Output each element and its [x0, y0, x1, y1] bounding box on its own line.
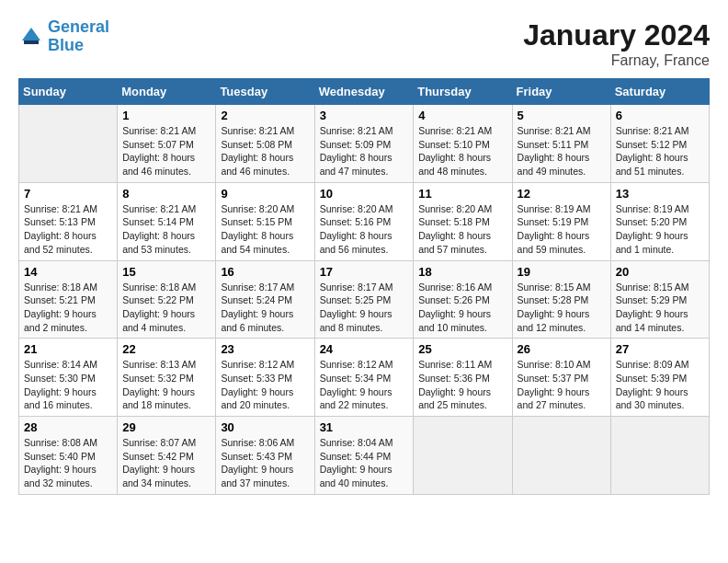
day-info: Sunrise: 8:04 AMSunset: 5:44 PMDaylight:…	[320, 436, 409, 490]
calendar-cell: 12Sunrise: 8:19 AMSunset: 5:19 PMDayligh…	[512, 182, 610, 260]
column-header-monday: Monday	[118, 79, 216, 105]
day-number: 19	[518, 265, 606, 279]
day-info: Sunrise: 8:13 AMSunset: 5:32 PMDaylight:…	[122, 358, 210, 412]
day-info: Sunrise: 8:21 AMSunset: 5:10 PMDaylight:…	[418, 124, 506, 178]
logo: General Blue	[18, 18, 109, 55]
day-number: 23	[221, 342, 309, 356]
day-info: Sunrise: 8:20 AMSunset: 5:16 PMDaylight:…	[320, 202, 409, 257]
day-info: Sunrise: 8:21 AMSunset: 5:11 PMDaylight:…	[518, 124, 606, 178]
calendar-cell: 9Sunrise: 8:20 AMSunset: 5:15 PMDaylight…	[216, 182, 314, 260]
day-number: 14	[24, 265, 112, 279]
calendar-cell: 8Sunrise: 8:21 AMSunset: 5:14 PMDaylight…	[118, 182, 216, 260]
day-info: Sunrise: 8:19 AMSunset: 5:19 PMDaylight:…	[518, 202, 606, 257]
day-number: 29	[122, 420, 210, 434]
calendar-cell: 1Sunrise: 8:21 AMSunset: 5:07 PMDaylight…	[118, 105, 216, 183]
day-number: 31	[320, 420, 409, 434]
day-info: Sunrise: 8:21 AMSunset: 5:14 PMDaylight:…	[122, 202, 210, 257]
day-number: 5	[518, 109, 606, 122]
day-number: 6	[616, 109, 704, 122]
day-info: Sunrise: 8:15 AMSunset: 5:29 PMDaylight:…	[616, 281, 704, 335]
day-number: 17	[320, 265, 409, 279]
calendar-cell: 23Sunrise: 8:12 AMSunset: 5:33 PMDayligh…	[216, 339, 314, 417]
column-header-thursday: Thursday	[414, 79, 512, 105]
column-header-friday: Friday	[512, 79, 610, 105]
day-info: Sunrise: 8:12 AMSunset: 5:33 PMDaylight:…	[221, 358, 309, 412]
day-number: 8	[122, 187, 210, 201]
day-number: 2	[221, 109, 309, 122]
calendar-cell: 10Sunrise: 8:20 AMSunset: 5:16 PMDayligh…	[314, 182, 414, 260]
calendar-cell	[512, 417, 610, 495]
week-row-4: 21Sunrise: 8:14 AMSunset: 5:30 PMDayligh…	[19, 339, 710, 417]
calendar-cell: 7Sunrise: 8:21 AMSunset: 5:13 PMDaylight…	[19, 182, 118, 260]
day-info: Sunrise: 8:21 AMSunset: 5:12 PMDaylight:…	[616, 124, 704, 178]
week-row-3: 14Sunrise: 8:18 AMSunset: 5:21 PMDayligh…	[19, 260, 710, 339]
day-info: Sunrise: 8:10 AMSunset: 5:37 PMDaylight:…	[518, 358, 606, 412]
calendar-cell: 21Sunrise: 8:14 AMSunset: 5:30 PMDayligh…	[19, 339, 118, 417]
calendar-cell: 17Sunrise: 8:17 AMSunset: 5:25 PMDayligh…	[314, 260, 414, 339]
day-info: Sunrise: 8:21 AMSunset: 5:13 PMDaylight:…	[24, 202, 112, 257]
day-number: 25	[418, 342, 506, 356]
day-info: Sunrise: 8:20 AMSunset: 5:18 PMDaylight:…	[418, 202, 506, 257]
day-info: Sunrise: 8:08 AMSunset: 5:40 PMDaylight:…	[24, 436, 112, 490]
calendar-cell: 28Sunrise: 8:08 AMSunset: 5:40 PMDayligh…	[19, 417, 118, 495]
day-number: 26	[518, 342, 606, 356]
calendar-cell: 13Sunrise: 8:19 AMSunset: 5:20 PMDayligh…	[610, 182, 709, 260]
logo-icon	[18, 24, 44, 50]
day-number: 22	[122, 342, 210, 356]
calendar-cell: 18Sunrise: 8:16 AMSunset: 5:26 PMDayligh…	[414, 260, 512, 339]
day-info: Sunrise: 8:15 AMSunset: 5:28 PMDaylight:…	[518, 281, 606, 335]
header-row: SundayMondayTuesdayWednesdayThursdayFrid…	[19, 79, 710, 105]
main-title: January 2024	[523, 18, 710, 52]
calendar-cell: 3Sunrise: 8:21 AMSunset: 5:09 PMDaylight…	[314, 105, 414, 183]
day-info: Sunrise: 8:21 AMSunset: 5:08 PMDaylight:…	[221, 124, 309, 178]
column-header-tuesday: Tuesday	[216, 79, 314, 105]
day-number: 1	[122, 109, 210, 122]
calendar-cell: 4Sunrise: 8:21 AMSunset: 5:10 PMDaylight…	[414, 105, 512, 183]
calendar-cell: 27Sunrise: 8:09 AMSunset: 5:39 PMDayligh…	[610, 339, 709, 417]
column-header-sunday: Sunday	[19, 79, 118, 105]
day-info: Sunrise: 8:17 AMSunset: 5:25 PMDaylight:…	[320, 281, 409, 335]
day-number: 15	[122, 265, 210, 279]
calendar-cell	[19, 105, 118, 183]
calendar-cell	[414, 417, 512, 495]
day-number: 18	[418, 265, 506, 279]
day-info: Sunrise: 8:21 AMSunset: 5:09 PMDaylight:…	[320, 124, 409, 178]
day-number: 13	[616, 187, 704, 201]
week-row-2: 7Sunrise: 8:21 AMSunset: 5:13 PMDaylight…	[19, 182, 710, 260]
week-row-1: 1Sunrise: 8:21 AMSunset: 5:07 PMDaylight…	[19, 105, 710, 183]
calendar-cell	[610, 417, 709, 495]
day-number: 9	[221, 187, 309, 201]
day-info: Sunrise: 8:17 AMSunset: 5:24 PMDaylight:…	[221, 281, 309, 335]
calendar-cell: 14Sunrise: 8:18 AMSunset: 5:21 PMDayligh…	[19, 260, 118, 339]
title-block: January 2024 Farnay, France	[523, 18, 710, 69]
day-number: 28	[24, 420, 112, 434]
calendar-cell: 11Sunrise: 8:20 AMSunset: 5:18 PMDayligh…	[414, 182, 512, 260]
day-info: Sunrise: 8:20 AMSunset: 5:15 PMDaylight:…	[221, 202, 309, 257]
day-info: Sunrise: 8:14 AMSunset: 5:30 PMDaylight:…	[24, 358, 112, 412]
calendar-cell: 5Sunrise: 8:21 AMSunset: 5:11 PMDaylight…	[512, 105, 610, 183]
day-info: Sunrise: 8:09 AMSunset: 5:39 PMDaylight:…	[616, 358, 704, 412]
page-header: General Blue January 2024 Farnay, France	[18, 18, 710, 69]
calendar-cell: 30Sunrise: 8:06 AMSunset: 5:43 PMDayligh…	[216, 417, 314, 495]
calendar-cell: 29Sunrise: 8:07 AMSunset: 5:42 PMDayligh…	[118, 417, 216, 495]
day-info: Sunrise: 8:16 AMSunset: 5:26 PMDaylight:…	[418, 281, 506, 335]
svg-rect-1	[24, 40, 39, 44]
day-number: 24	[320, 342, 409, 356]
day-number: 7	[24, 187, 112, 201]
calendar-cell: 22Sunrise: 8:13 AMSunset: 5:32 PMDayligh…	[118, 339, 216, 417]
day-number: 12	[518, 187, 606, 201]
day-info: Sunrise: 8:21 AMSunset: 5:07 PMDaylight:…	[122, 124, 210, 178]
day-number: 11	[418, 187, 506, 201]
calendar-cell: 6Sunrise: 8:21 AMSunset: 5:12 PMDaylight…	[610, 105, 709, 183]
calendar-cell: 24Sunrise: 8:12 AMSunset: 5:34 PMDayligh…	[314, 339, 414, 417]
calendar-cell: 25Sunrise: 8:11 AMSunset: 5:36 PMDayligh…	[414, 339, 512, 417]
day-number: 16	[221, 265, 309, 279]
week-row-5: 28Sunrise: 8:08 AMSunset: 5:40 PMDayligh…	[19, 417, 710, 495]
day-info: Sunrise: 8:18 AMSunset: 5:22 PMDaylight:…	[122, 281, 210, 335]
calendar-cell: 26Sunrise: 8:10 AMSunset: 5:37 PMDayligh…	[512, 339, 610, 417]
subtitle: Farnay, France	[523, 52, 710, 69]
day-number: 30	[221, 420, 309, 434]
day-info: Sunrise: 8:11 AMSunset: 5:36 PMDaylight:…	[418, 358, 506, 412]
calendar-cell: 20Sunrise: 8:15 AMSunset: 5:29 PMDayligh…	[610, 260, 709, 339]
day-number: 27	[616, 342, 704, 356]
